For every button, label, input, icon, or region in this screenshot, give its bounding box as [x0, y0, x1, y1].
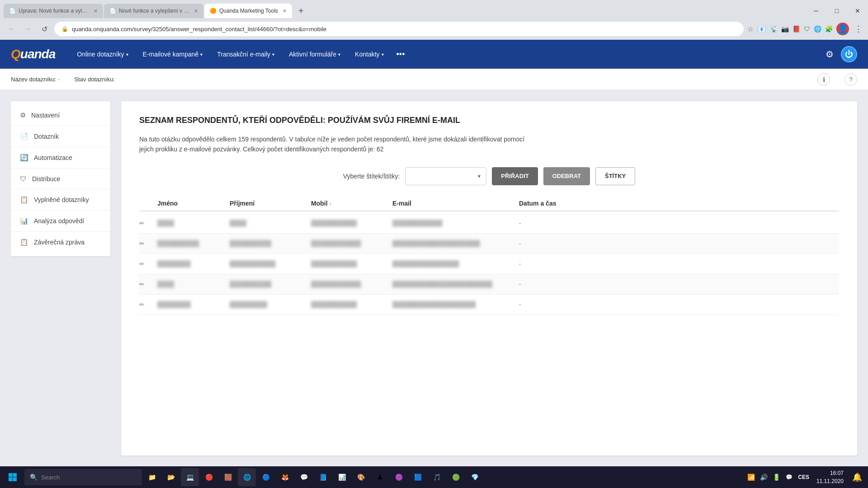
rss-icon[interactable]: 📡: [770, 25, 778, 33]
sidebar-label-zaverecna: Závěrečná zpráva: [34, 239, 85, 246]
sidebar-item-zaverecna[interactable]: 📋 Závěrečná zpráva: [11, 232, 110, 253]
row-edit-icon[interactable]: ✏: [139, 240, 157, 247]
forward-button[interactable]: →: [22, 23, 34, 35]
url-text: quanda.onquanda.com/survey/32505/answer_…: [72, 26, 326, 33]
main-layout: ⚙ Nastavení 📄 Dotazník 🔄 Automatizace 🛡 …: [0, 90, 868, 466]
nav-item-aktivni-formulare[interactable]: Aktivní formuláře ▾: [282, 40, 348, 69]
taskbar-app-word[interactable]: 📘: [314, 468, 332, 486]
start-button[interactable]: [2, 466, 24, 488]
taskbar-app-wt[interactable]: 🟫: [219, 468, 237, 486]
taskbar-app-steam[interactable]: ♟: [371, 468, 389, 486]
sidebar: ⚙ Nastavení 📄 Dotazník 🔄 Automatizace 🛡 …: [11, 101, 110, 256]
sidebar-item-vyplnene[interactable]: 📋 Vyplněné dotazníky: [11, 189, 110, 211]
nav-item-email-kampane[interactable]: E-mailové kampaně ▾: [136, 40, 210, 69]
taskbar-lang: CES: [795, 474, 812, 480]
chevron-down-icon: ▾: [478, 173, 481, 179]
back-button[interactable]: ←: [5, 23, 18, 35]
row-edit-icon[interactable]: ✏: [139, 301, 157, 308]
nav-item-transakcni-emaily[interactable]: Transakční e-maily ▾: [210, 40, 282, 69]
windows-logo-icon: [8, 473, 17, 482]
tab-2[interactable]: 📄 Nové funkce a vylepšení v Dotaz... ✕: [104, 4, 203, 18]
address-bar[interactable]: 🔒 quanda.onquanda.com/survey/32505/answe…: [54, 22, 744, 36]
info-icon[interactable]: ℹ: [817, 73, 830, 86]
nav-item-online-dotazniky[interactable]: Online dotazníky ▾: [70, 40, 135, 69]
stitky-button[interactable]: ŠTÍTKY: [595, 167, 635, 185]
tray-notification-icon[interactable]: 💬: [783, 472, 794, 483]
taskbar-app-chrome[interactable]: 🔵: [257, 468, 275, 486]
taskbar-app-vscode[interactable]: 🟦: [409, 468, 427, 486]
chevron-down-icon-0: ▾: [126, 52, 128, 57]
chevron-down-icon-3: ▾: [338, 52, 340, 57]
tab-1-label: Úprava: Nové funkce a vylepšení: [19, 8, 89, 14]
new-tab-button[interactable]: +: [294, 4, 308, 18]
taskbar-app-vs[interactable]: 💎: [466, 468, 484, 486]
taskbar-app-photoshop[interactable]: 🎨: [352, 468, 370, 486]
taskbar-app-explorer[interactable]: 📂: [162, 468, 180, 486]
row-email: ████████████████████: [392, 301, 519, 308]
help-icon[interactable]: ?: [844, 73, 857, 86]
taskbar-app-spotify[interactable]: 🎵: [428, 468, 446, 486]
taskbar-app-terminal[interactable]: 💻: [181, 468, 199, 486]
row-jmeno: ████████: [157, 301, 230, 308]
tag-select-dropdown[interactable]: ▾: [405, 167, 486, 185]
row-edit-icon[interactable]: ✏: [139, 281, 157, 288]
quanda-logo[interactable]: Quanda: [11, 47, 55, 61]
tab-3-favicon: 🟠: [210, 8, 217, 14]
tab-1-close[interactable]: ✕: [94, 8, 98, 14]
row-mobil: ███████████: [311, 301, 392, 308]
sidebar-label-dotaznik: Dotazník: [34, 133, 59, 140]
taskbar: 🔍 Search 📁 📂 💻 🔴 🟫 🌐 🔵 🦊 💬 📘 📊 🎨 ♟ 🟣 🟦 🎵…: [0, 466, 868, 488]
sidebar-item-distribuce[interactable]: 🛡 Distribuce: [11, 169, 110, 189]
taskbar-app-green[interactable]: 🟢: [447, 468, 465, 486]
row-edit-icon[interactable]: ✏: [139, 220, 157, 227]
taskbar-app-adobe[interactable]: 🔴: [200, 468, 218, 486]
sidebar-item-nastaveni[interactable]: ⚙ Nastavení: [11, 105, 110, 126]
avatar-icon[interactable]: 👤: [836, 23, 849, 35]
bookmark-icon[interactable]: ☆: [747, 25, 754, 33]
pdf-ext-icon[interactable]: 📕: [793, 25, 800, 33]
nav-item-kontakty[interactable]: Kontakty ▾: [348, 40, 391, 69]
tag-selector-row: Vyberte štítek/štítky: ▾ PŘIŘADIT ODEBRA…: [139, 167, 839, 185]
priradit-button[interactable]: PŘIŘADIT: [492, 167, 538, 185]
taskbar-app-slack[interactable]: 💬: [295, 468, 313, 486]
tab-3-label: Quanda Marketing Tools: [219, 8, 278, 14]
puzzle-ext-icon[interactable]: 🧩: [825, 25, 833, 33]
sidebar-item-automatizace[interactable]: 🔄 Automatizace: [11, 147, 110, 169]
svg-rect-0: [9, 473, 13, 477]
maximize-button[interactable]: □: [826, 4, 847, 18]
power-button[interactable]: ⏻: [841, 46, 857, 62]
row-prijmeni: ████: [230, 220, 311, 226]
reload-button[interactable]: ↺: [38, 23, 51, 35]
shield-ext-icon[interactable]: 🛡: [804, 25, 810, 33]
row-email: █████████████████████: [392, 240, 519, 247]
row-edit-icon[interactable]: ✏: [139, 260, 157, 267]
tab-3[interactable]: 🟠 Quanda Marketing Tools ✕: [204, 4, 292, 18]
menu-icon[interactable]: ⋮: [854, 24, 863, 34]
tray-battery-icon[interactable]: 🔋: [771, 472, 782, 483]
notification-center-button[interactable]: 🔔: [848, 466, 866, 488]
tab-3-close[interactable]: ✕: [283, 8, 287, 14]
tab-1[interactable]: 📄 Úprava: Nové funkce a vylepšení ✕: [4, 4, 103, 18]
sidebar-label-distribuce: Distribuce: [32, 175, 60, 183]
tray-network-icon[interactable]: 📶: [745, 472, 756, 483]
taskbar-app-obs[interactable]: 🟣: [390, 468, 408, 486]
row-datum: -: [519, 301, 609, 308]
minimize-button[interactable]: ─: [806, 4, 826, 18]
taskbar-app-edge[interactable]: 🌐: [238, 468, 256, 486]
globe-ext-icon[interactable]: 🌐: [814, 25, 821, 33]
tab-2-close[interactable]: ✕: [194, 8, 198, 14]
orange-ext-icon[interactable]: 📧: [757, 25, 766, 33]
tray-volume-icon[interactable]: 🔊: [758, 472, 769, 483]
odebrat-button[interactable]: ODEBRAT: [543, 167, 590, 185]
camera-ext-icon[interactable]: 📷: [781, 25, 789, 33]
th-mobil[interactable]: Mobil ↓: [311, 200, 392, 207]
taskbar-search[interactable]: 🔍 Search: [24, 469, 142, 485]
settings-icon[interactable]: ⚙: [826, 49, 834, 60]
close-button[interactable]: ✕: [847, 4, 868, 18]
sidebar-item-analyza[interactable]: 📊 Analýza odpovědí: [11, 211, 110, 232]
taskbar-app-excel[interactable]: 📊: [333, 468, 351, 486]
taskbar-app-firefox[interactable]: 🦊: [276, 468, 294, 486]
taskbar-app-folder[interactable]: 📁: [143, 468, 161, 486]
nav-more-button[interactable]: •••: [391, 50, 410, 59]
sidebar-item-dotaznik[interactable]: 📄 Dotazník: [11, 126, 110, 147]
